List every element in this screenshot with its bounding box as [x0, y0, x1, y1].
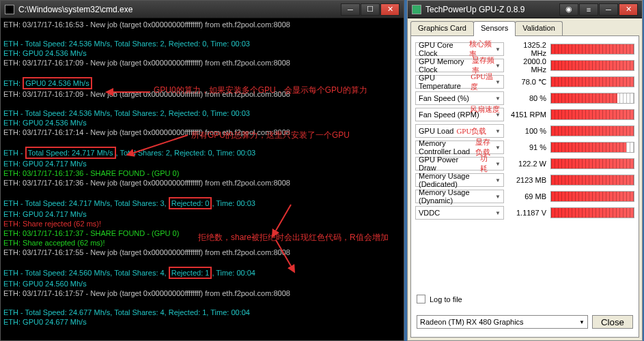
sensors-panel: GPU Core Clock核心频率▼1325.2 MHzGPU Memory … [410, 35, 639, 338]
cmd-line: ETH: 03/17/17-16:17:57 - New job (target… [3, 288, 401, 298]
cmd-line: ETH - Total Speed: 24.536 Mh/s, Total Sh… [3, 108, 401, 118]
sensor-value: 122.2 W [507, 160, 548, 168]
cmd-line: ETH - Total Speed: 24.717 Mh/s, Total Sh… [3, 147, 401, 159]
cmd-line: ETH - Total Speed: 24.560 Mh/s, Total Sh… [3, 267, 401, 279]
sensor-graph [550, 191, 634, 202]
cmd-line: ETH: GPU0 24.536 Mh/s [3, 48, 401, 58]
tab-sensors[interactable]: Sensors [473, 21, 516, 36]
sensor-label[interactable]: GPU LoadGPU负载▼ [415, 124, 504, 138]
sensor-label[interactable]: GPU Memory Clock显存频率▼ [415, 59, 504, 72]
gpuz-window: TechPowerUp GPU-Z 0.8.9 ◉ ≡ ─ ✕ Graphics… [407, 0, 643, 341]
cmd-line: ETH - Total Speed: 24.536 Mh/s, Total Sh… [3, 39, 401, 48]
cmd-line [3, 257, 401, 267]
sensor-graph [550, 158, 634, 169]
cmd-line: ETH: GPU0 24.717 Mh/s [3, 159, 401, 168]
cmd-line: ETH: 03/17/17-16:17:36 - New job (target… [3, 178, 401, 188]
cmd-line: ETH - Total Speed: 24.717 Mh/s, Total Sh… [3, 197, 401, 209]
sensor-value: 69 MB [507, 192, 548, 201]
tab-validation[interactable]: Validation [515, 21, 563, 36]
cmd-line: ETH: GPU0 24.717 Mh/s [3, 209, 401, 219]
sensor-label[interactable]: Fan Speed (%)▼ [415, 91, 504, 105]
tab-graphics-card[interactable]: Graphics Card [410, 21, 474, 36]
sensor-value: 78.0 ℃ [507, 78, 548, 87]
sensor-value: 2123 MB [507, 176, 548, 184]
sensor-row: Memory Usage (Dynamic)▼69 MB [415, 189, 634, 204]
sensor-row: Fan Speed (%)▼80 % [415, 91, 634, 106]
close-button[interactable]: ✕ [619, 3, 638, 16]
sensor-graph [550, 142, 634, 153]
bottom-bar: Log to file [415, 290, 634, 309]
log-checkbox[interactable] [417, 295, 425, 303]
cmd-icon [5, 5, 14, 14]
sensor-row: GPU Memory Clock显存频率▼2000.0 MHz [415, 58, 634, 73]
tab-strip: Graphics CardSensorsValidation [410, 21, 639, 36]
close-button[interactable]: ✕ [380, 3, 400, 16]
camera-button[interactable]: ◉ [559, 3, 578, 16]
cmd-line: ETH - Total Speed: 24.677 Mh/s, Total Sh… [3, 308, 401, 317]
sensor-graph [550, 76, 634, 87]
cmd-line: ETH: 03/17/17-16:16:53 - New job (target… [3, 20, 401, 29]
sensor-graph [550, 60, 634, 71]
close-button[interactable]: Close [592, 315, 633, 329]
gpu-select[interactable]: Radeon (TM) RX 480 Graphics▼ [417, 315, 588, 329]
gpuz-titlebar[interactable]: TechPowerUp GPU-Z 0.8.9 ◉ ≡ ─ ✕ [408, 1, 642, 18]
gpuz-body: Graphics CardSensorsValidation GPU Core … [408, 18, 642, 340]
cmd-line [3, 68, 401, 77]
cmd-title: C:\Windows\system32\cmd.exe [18, 5, 341, 14]
sensor-graph [550, 93, 634, 104]
cmd-line: ETH: GPU0 24.536 Mh/s [3, 118, 401, 128]
sensor-row: GPU Core Clock核心频率▼1325.2 MHz [415, 42, 634, 57]
sensor-label[interactable]: Memory Controller Load显存负载▼ [415, 140, 504, 154]
maximize-button[interactable]: ☐ [361, 3, 380, 16]
cmd-line: ETH: Share accepted (62 ms)! [3, 238, 401, 248]
cmd-line [3, 298, 401, 308]
cmd-output: ETH: 03/17/17-16:16:53 - New job (target… [1, 18, 404, 340]
sensor-label[interactable]: VDDC▼ [415, 206, 504, 220]
sensor-row: Memory Usage (Dedicated)▼2123 MB [415, 173, 634, 188]
cmd-titlebar[interactable]: C:\Windows\system32\cmd.exe ─ ☐ ✕ [1, 1, 404, 18]
cmd-line: ETH: GPU0 24.677 Mh/s [3, 317, 401, 327]
cmd-line: ETH: 03/17/17-16:17:09 - New job (target… [3, 58, 401, 68]
sensor-graph [550, 207, 634, 218]
cmd-line: ETH: 03/17/17-16:17:14 - New job (target… [3, 128, 401, 137]
cmd-line [3, 99, 401, 108]
sensor-label[interactable]: GPU Core Clock核心频率▼ [415, 42, 504, 56]
cmd-window: C:\Windows\system32\cmd.exe ─ ☐ ✕ ETH: 0… [0, 0, 404, 341]
cmd-line [3, 188, 401, 197]
sensor-value: 91 % [507, 143, 548, 151]
sensor-graph [550, 175, 634, 186]
cmd-line: ETH: 03/17/17-16:17:36 - SHARE FOUND - (… [3, 168, 401, 178]
gpuz-title: TechPowerUp GPU-Z 0.8.9 [425, 5, 559, 14]
sensor-row: GPU Power Draw功耗▼122.2 W [415, 156, 634, 171]
sensor-value: 100 % [507, 127, 548, 135]
sensor-row: VDDC▼1.1187 V [415, 205, 634, 220]
cmd-line [3, 137, 401, 147]
sensor-row: GPU TemperatureGPU温度▼78.0 ℃ [415, 74, 634, 89]
sensor-row: GPU LoadGPU负载▼100 % [415, 123, 634, 138]
sensor-value: 80 % [507, 94, 548, 102]
cmd-line: ETH: 03/17/17-16:17:37 - SHARE FOUND - (… [3, 228, 401, 238]
cmd-line: ETH: 03/17/17-16:17:55 - New job (target… [3, 248, 401, 257]
cmd-line: ETH: GPU0 24.560 Mh/s [3, 279, 401, 288]
sensor-label[interactable]: Memory Usage (Dynamic)▼ [415, 190, 504, 203]
log-label: Log to file [430, 295, 462, 303]
sensor-value: 2000.0 MHz [507, 57, 548, 74]
sensor-label[interactable]: Memory Usage (Dedicated)▼ [415, 173, 504, 187]
cmd-line: ETH: GPU0 24.536 Mh/s [3, 77, 401, 89]
sensor-label[interactable]: GPU TemperatureGPU温度▼ [415, 75, 504, 89]
sensor-value: 1325.2 MHz [507, 41, 548, 57]
sensor-graph [550, 109, 634, 120]
sensor-graph [550, 44, 634, 55]
cmd-line [3, 29, 401, 39]
gpuz-icon [412, 5, 421, 14]
sensor-label[interactable]: GPU Power Draw功耗▼ [415, 157, 504, 170]
menu-button[interactable]: ≡ [579, 3, 598, 16]
minimize-button[interactable]: ─ [341, 3, 360, 16]
sensor-row: Memory Controller Load显存负载▼91 % [415, 140, 634, 155]
sensor-graph [550, 125, 634, 136]
cmd-line: ETH: 03/17/17-16:17:09 - New job (target… [3, 89, 401, 99]
cmd-line: ETH: Share rejected (62 ms)! [3, 219, 401, 228]
sensor-value: 1.1187 V [507, 209, 548, 217]
sensor-row: 风扇速度Fan Speed (RPM)▼4151 RPM [415, 107, 634, 122]
minimize-button[interactable]: ─ [599, 3, 618, 16]
